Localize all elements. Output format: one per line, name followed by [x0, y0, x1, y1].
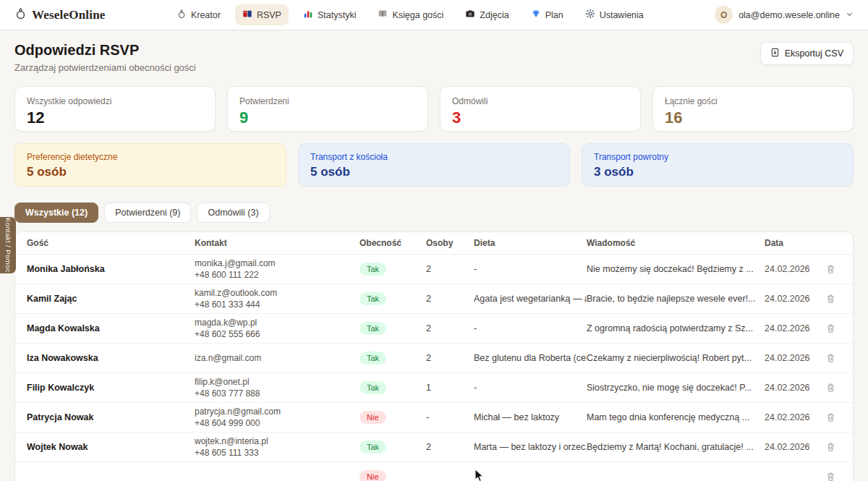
actions-cell [822, 472, 843, 481]
response-date: 24.02.2026 [765, 412, 822, 422]
col-contact: Kontakt [195, 238, 359, 248]
attendance-cell: Tak [359, 352, 426, 365]
col-diet: Dieta [474, 238, 587, 248]
guest-email: kamil.z@outlook.com [195, 287, 352, 299]
info-label: Transport z kościoła [310, 152, 558, 162]
persons-count: - [426, 412, 474, 422]
attendance-cell: Tak [359, 292, 426, 305]
rsvp-cards-icon [242, 9, 252, 21]
guest-contact: patrycja.n@gmail.com +48 604 999 000 [195, 406, 359, 429]
nav-menu: Kreator RSVP Statystyki Księga gości Zdj… [106, 4, 715, 25]
tab-confirmed[interactable]: Potwierdzeni (9) [104, 203, 191, 223]
stats-row: Wszystkie odpowiedzi 12 Potwierdzeni 9 O… [14, 86, 854, 132]
delete-button[interactable] [826, 323, 835, 333]
guest-name: Kamil Zając [27, 294, 195, 304]
nav-item-ustawienia[interactable]: Ustawienia [578, 4, 651, 25]
table-row: Monika Jabłońska monika.j@gmail.com +48 … [15, 255, 853, 284]
ring-icon [14, 7, 27, 22]
info-label: Preferencje dietetyczne [27, 152, 274, 162]
table-body: Monika Jabłońska monika.j@gmail.com +48 … [15, 255, 853, 481]
nav-item-rsvp[interactable]: RSVP [235, 4, 289, 25]
delete-button[interactable] [826, 294, 835, 304]
nav-label: Statystyki [318, 10, 357, 20]
attendance-cell: Nie [359, 411, 426, 424]
info-cards-row: Preferencje dietetyczne 5 osób Transport… [14, 143, 854, 187]
actions-cell [822, 442, 843, 452]
actions-cell [822, 294, 843, 304]
guest-name: Patrycja Nowak [27, 412, 195, 422]
delete-button[interactable] [826, 383, 835, 393]
table-row: Wojtek Nowak wojtek.n@interia.pl +48 605… [15, 433, 853, 462]
table-row: Filip Kowalczyk filip.k@onet.pl +48 603 … [15, 373, 853, 403]
ring-icon [176, 9, 187, 21]
diet-note: Michał — bez laktozy [474, 412, 587, 422]
tab-declined[interactable]: Odmówili (3) [197, 203, 269, 223]
nav-label: Zdjęcia [480, 10, 509, 20]
message-preview: Siostrzyczko, nie mogę się doczekać! P..… [587, 383, 765, 393]
attendance-badge: Tak [359, 440, 386, 454]
delete-button[interactable] [826, 472, 835, 481]
table-header-row: Gość Kontakt Obecność Osoby Dieta Wiadom… [15, 232, 853, 255]
diamond-icon [531, 9, 541, 21]
brand-logo[interactable]: WeseleOnline [14, 7, 106, 22]
attendance-badge: Tak [359, 292, 386, 305]
download-icon [770, 48, 780, 59]
nav-item-zdjecia[interactable]: Zdjęcia [458, 4, 516, 25]
actions-cell [822, 264, 843, 274]
message-preview: Czekamy z niecierpliwością! Robert pyt..… [587, 353, 765, 363]
col-attendance: Obecność [359, 238, 426, 248]
guest-email: iza.n@gmail.com [195, 352, 352, 364]
actions-cell [822, 383, 843, 393]
stat-value: 3 [452, 108, 629, 127]
diet-note: Bez glutenu dla Roberta (cel... [474, 353, 587, 363]
table-row: Kamil Zając kamil.z@outlook.com +48 601 … [15, 284, 853, 314]
diet-note: - [474, 264, 587, 274]
guest-name: Filip Kowalczyk [27, 383, 195, 393]
nav-item-plan[interactable]: Plan [524, 4, 571, 25]
guest-phone: +48 600 111 222 [195, 269, 352, 281]
nav-label: Księga gości [392, 10, 443, 20]
gear-icon [585, 9, 595, 21]
guest-email: filip.k@onet.pl [195, 376, 352, 388]
table-row: Iza Nowakowska iza.n@gmail.com Tak 2 Bez… [15, 344, 853, 373]
page-subtitle: Zarządzaj potwierdzeniami obecności gośc… [14, 62, 196, 73]
guest-contact: filip.k@onet.pl +48 603 777 888 [195, 376, 359, 399]
table-row: Magda Kowalska magda.k@wp.pl +48 602 555… [15, 314, 853, 344]
delete-button[interactable] [826, 442, 835, 452]
stat-label: Odmówili [452, 96, 629, 106]
guest-name: Iza Nowakowska [27, 353, 195, 363]
export-csv-button[interactable]: Eksportuj CSV [760, 42, 854, 65]
persons-count: 2 [426, 264, 474, 274]
contact-help-tab[interactable]: Kontakt / Pomoc [0, 217, 16, 273]
guest-name: Monika Jabłońska [27, 264, 195, 274]
nav-item-ksiega-gosci[interactable]: Księga gości [370, 4, 451, 25]
persons-count: 2 [426, 294, 474, 304]
user-menu[interactable]: O ola@demo.wesele.online [715, 6, 854, 24]
table-row: Nie [15, 462, 853, 481]
response-date: 24.02.2026 [765, 383, 822, 393]
attendance-cell: Nie [359, 470, 426, 481]
tab-all[interactable]: Wszystkie (12) [14, 203, 98, 223]
delete-button[interactable] [826, 264, 835, 274]
response-date: 24.02.2026 [765, 442, 822, 452]
stat-card-all: Wszystkie odpowiedzi 12 [14, 86, 216, 132]
info-value: 5 osób [27, 165, 274, 179]
nav-item-kreator[interactable]: Kreator [169, 4, 228, 25]
delete-button[interactable] [826, 412, 835, 422]
attendance-badge: Tak [359, 263, 386, 276]
actions-cell [822, 412, 843, 422]
nav-item-statystyki[interactable]: Statystyki [296, 4, 364, 25]
guest-phone: +48 604 999 000 [195, 417, 352, 429]
persons-count: 2 [426, 353, 474, 363]
transport-from-church-card: Transport z kościoła 5 osób [298, 143, 570, 187]
response-date: 24.02.2026 [765, 264, 822, 274]
stat-label: Potwierdzeni [239, 96, 416, 106]
attendance-badge: Nie [359, 411, 386, 424]
page-title: Odpowiedzi RSVP [14, 42, 196, 59]
diet-note: - [474, 383, 587, 393]
attendance-badge: Tak [359, 322, 386, 335]
delete-button[interactable] [826, 353, 835, 363]
stat-card-declined: Odmówili 3 [440, 86, 641, 132]
bar-chart-icon [303, 9, 313, 21]
contact-help-label: Kontakt / Pomoc [4, 218, 12, 273]
